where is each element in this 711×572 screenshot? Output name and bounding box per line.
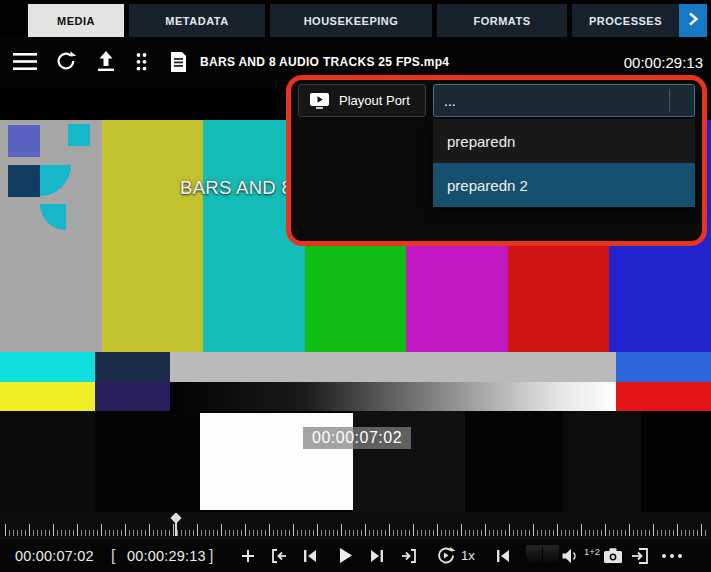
goto-mark-in-icon[interactable] [270, 539, 288, 572]
pluge-shade [95, 411, 200, 512]
burned-in-timecode: 00:00:07:02 [303, 427, 411, 449]
strip2-red [616, 382, 711, 411]
mark-in-bracket: [ [111, 539, 115, 572]
test-strip-1 [0, 352, 711, 382]
speaker-icon[interactable] [561, 539, 581, 572]
ruler-major-ticks [5, 524, 708, 536]
speed-label: 1x [461, 539, 475, 572]
skip-to-start-icon[interactable] [496, 539, 510, 572]
snapshot-camera-icon[interactable] [603, 539, 623, 572]
pluge-shade [641, 411, 711, 512]
audio-channels-label: 1+2 [584, 546, 600, 557]
tab-bar: MEDIA METADATA HOUSEKEEPING FORMATS PROC… [0, 0, 711, 37]
mark-out-timecode: 00:00:29:13 [127, 539, 206, 572]
goto-mark-out-icon[interactable] [400, 539, 418, 572]
playout-port-dropdown: preparedn preparedn 2 [433, 119, 695, 207]
menu-hamburger-icon[interactable] [13, 53, 37, 71]
pluge-section: 00:00:07:02 [0, 411, 711, 512]
step-back-icon[interactable] [303, 539, 317, 572]
media-player-window: MEDIA METADATA HOUSEKEEPING FORMATS PROC… [0, 0, 711, 572]
test-strip-2 [0, 382, 711, 411]
strip2-indigo [95, 382, 170, 411]
bar-yellow [102, 120, 204, 352]
tab-media[interactable]: MEDIA [28, 4, 124, 37]
logo-square-indigo [8, 125, 40, 157]
playout-port-label: Playout Port [339, 93, 410, 108]
tab-formats[interactable]: FORMATS [437, 4, 567, 37]
add-button[interactable] [240, 539, 256, 572]
pluge-shade [465, 411, 563, 512]
mark-out-bracket: ] [209, 539, 213, 572]
drag-dots-icon[interactable] [135, 52, 148, 72]
transport-bar: 00:00:07:02 [ 00:00:29:13 ] 1x [0, 538, 711, 572]
strip1-blue [616, 352, 711, 382]
pluge-shade [563, 411, 641, 512]
play-button[interactable] [338, 539, 353, 572]
strip1-gray [170, 352, 616, 382]
logo-square-teal [68, 124, 90, 146]
combobox-value: ... [444, 93, 456, 109]
refresh-icon[interactable] [55, 50, 77, 72]
loop-speed-button[interactable] [436, 539, 456, 572]
timeline-ruler[interactable] [0, 512, 711, 538]
bar-cyan [203, 120, 305, 352]
position-timecode[interactable]: 00:00:07:02 [15, 539, 94, 572]
exit-icon[interactable] [631, 539, 649, 572]
playhead-head [170, 512, 181, 523]
step-forward-icon[interactable] [370, 539, 384, 572]
upload-icon[interactable] [95, 51, 117, 72]
tabs-scroll-right-button[interactable] [679, 4, 707, 37]
monitor-play-icon [309, 92, 330, 109]
audio-meter [526, 545, 559, 567]
playout-port-button[interactable]: Playout Port [298, 84, 426, 117]
strip2-yellow [0, 382, 95, 411]
dropdown-option-preparedn[interactable]: preparedn [433, 119, 695, 163]
combobox-divider [669, 89, 670, 112]
pluge-shade [0, 411, 95, 512]
strip1-navy [95, 352, 170, 382]
playhead[interactable] [171, 514, 181, 538]
chevron-right-icon [687, 12, 699, 30]
tab-housekeeping[interactable]: HOUSEKEEPING [270, 4, 432, 37]
document-icon [169, 51, 188, 73]
strip1-cyan [0, 352, 95, 382]
logo-square-navy [8, 165, 40, 197]
playout-port-combobox[interactable]: ... [433, 84, 695, 117]
tab-metadata[interactable]: METADATA [129, 4, 265, 37]
strip2-gradient [170, 382, 616, 411]
dropdown-option-preparedn-2[interactable]: preparedn 2 [433, 163, 695, 207]
more-options-icon[interactable] [661, 539, 683, 572]
audio-meter-divider [542, 547, 543, 565]
tab-processes[interactable]: PROCESSES [572, 4, 679, 37]
